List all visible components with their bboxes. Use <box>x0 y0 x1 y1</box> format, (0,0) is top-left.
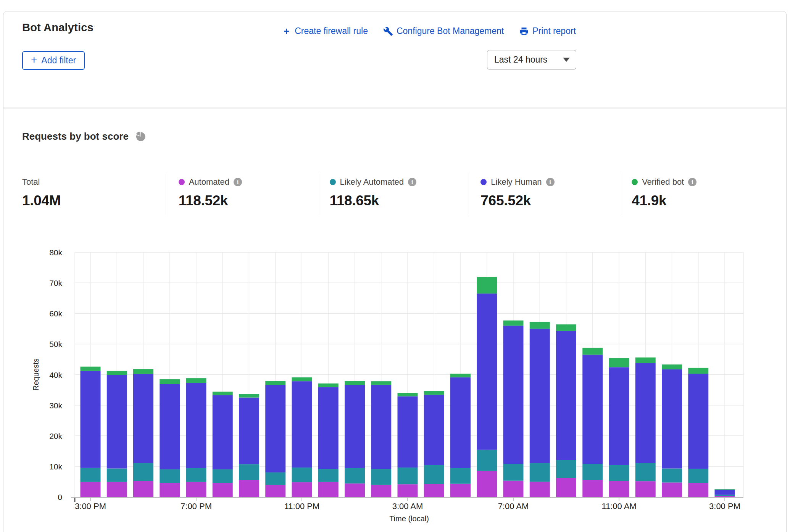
bar-segment-verified-bot[interactable] <box>450 374 471 377</box>
bar-segment-automated[interactable] <box>318 482 339 497</box>
create-firewall-rule-link[interactable]: Create firewall rule <box>282 26 368 36</box>
bar-segment-automated[interactable] <box>239 480 259 497</box>
bar-segment-likely-automated[interactable] <box>318 469 339 482</box>
bar-segment-verified-bot[interactable] <box>345 381 365 385</box>
configure-bot-management-link[interactable]: Configure Bot Management <box>383 26 504 36</box>
add-filter-button[interactable]: + Add filter <box>22 51 85 70</box>
bar-segment-likely-human[interactable] <box>265 385 285 472</box>
bar-segment-verified-bot[interactable] <box>133 369 153 374</box>
bar-segment-likely-human[interactable] <box>160 384 180 469</box>
bar-segment-likely-automated[interactable] <box>292 468 312 482</box>
bar-segment-automated[interactable] <box>477 471 497 497</box>
bar-segment-likely-human[interactable] <box>186 383 206 468</box>
bar-segment-likely-human[interactable] <box>133 374 153 463</box>
bar-segment-verified-bot[interactable] <box>213 392 233 395</box>
bar-segment-automated[interactable] <box>186 482 206 497</box>
bar-segment-automated[interactable] <box>81 482 101 497</box>
bar-segment-automated[interactable] <box>715 496 735 497</box>
bar-segment-likely-automated[interactable] <box>715 495 735 496</box>
bar-segment-verified-bot[interactable] <box>81 367 101 371</box>
bar-segment-automated[interactable] <box>635 481 656 497</box>
bar-segment-verified-bot[interactable] <box>186 378 206 383</box>
bar-segment-likely-automated[interactable] <box>239 464 259 480</box>
bar-segment-likely-human[interactable] <box>688 374 708 469</box>
bar-segment-likely-automated[interactable] <box>345 468 365 484</box>
bar-segment-likely-human[interactable] <box>107 375 127 468</box>
bar-segment-likely-human[interactable] <box>345 385 365 468</box>
bar-segment-likely-automated[interactable] <box>477 450 497 471</box>
bar-segment-verified-bot[interactable] <box>582 348 603 355</box>
bar-segment-automated[interactable] <box>213 483 233 497</box>
bar-segment-likely-human[interactable] <box>371 385 391 469</box>
bar-segment-verified-bot[interactable] <box>556 324 576 331</box>
bar-segment-verified-bot[interactable] <box>503 321 524 326</box>
bar-segment-likely-human[interactable] <box>292 381 312 468</box>
bar-segment-likely-human[interactable] <box>715 490 735 495</box>
bar-segment-likely-human[interactable] <box>450 377 471 468</box>
bar-segment-likely-automated[interactable] <box>662 468 682 482</box>
bar-segment-automated[interactable] <box>450 484 471 497</box>
info-icon[interactable]: i <box>546 178 555 186</box>
bar-segment-automated[interactable] <box>107 482 127 497</box>
bar-segment-likely-automated[interactable] <box>160 469 180 483</box>
bar-segment-likely-automated[interactable] <box>609 465 629 481</box>
bar-segment-likely-automated[interactable] <box>635 463 656 481</box>
bar-segment-automated[interactable] <box>556 478 576 497</box>
bar-segment-likely-human[interactable] <box>239 398 259 464</box>
bar-segment-likely-human[interactable] <box>582 355 603 464</box>
bar-segment-automated[interactable] <box>530 482 550 497</box>
bar-segment-likely-human[interactable] <box>81 371 101 468</box>
bar-segment-automated[interactable] <box>609 481 629 497</box>
bar-segment-likely-automated[interactable] <box>213 469 233 483</box>
bar-segment-verified-bot[interactable] <box>371 381 391 385</box>
bar-segment-likely-automated[interactable] <box>582 464 603 480</box>
bar-segment-verified-bot[interactable] <box>609 358 629 367</box>
bar-segment-automated[interactable] <box>292 482 312 497</box>
bar-segment-verified-bot[interactable] <box>662 364 682 369</box>
bar-segment-automated[interactable] <box>265 485 285 497</box>
bar-segment-likely-automated[interactable] <box>265 472 285 485</box>
bar-segment-likely-human[interactable] <box>530 329 550 463</box>
bar-segment-likely-human[interactable] <box>609 367 629 465</box>
bar-segment-automated[interactable] <box>398 484 418 497</box>
bar-segment-automated[interactable] <box>503 481 524 497</box>
bar-segment-verified-bot[interactable] <box>265 381 285 385</box>
info-icon[interactable]: i <box>688 178 696 186</box>
bar-segment-likely-automated[interactable] <box>398 468 418 484</box>
bar-segment-likely-automated[interactable] <box>371 469 391 485</box>
bar-segment-automated[interactable] <box>160 483 180 497</box>
bar-segment-likely-automated[interactable] <box>107 468 127 482</box>
bar-segment-verified-bot[interactable] <box>530 322 550 329</box>
bar-segment-likely-human[interactable] <box>503 326 524 464</box>
print-report-link[interactable]: Print report <box>519 26 576 36</box>
bar-segment-likely-human[interactable] <box>635 363 656 463</box>
bar-segment-likely-human[interactable] <box>424 395 444 465</box>
bar-segment-likely-automated[interactable] <box>81 468 101 482</box>
bar-segment-automated[interactable] <box>371 485 391 497</box>
bar-segment-likely-automated[interactable] <box>688 469 708 483</box>
bar-segment-likely-automated[interactable] <box>503 464 524 480</box>
bar-segment-automated[interactable] <box>688 483 708 497</box>
bar-segment-verified-bot[interactable] <box>160 379 180 384</box>
bar-segment-likely-human[interactable] <box>477 293 497 450</box>
bar-segment-likely-automated[interactable] <box>186 468 206 482</box>
bar-segment-automated[interactable] <box>582 480 603 497</box>
bar-segment-verified-bot[interactable] <box>715 489 735 490</box>
bar-segment-verified-bot[interactable] <box>635 358 656 363</box>
bar-segment-likely-automated[interactable] <box>424 465 444 484</box>
time-range-select[interactable]: Last 24 hours <box>487 50 576 69</box>
bar-segment-verified-bot[interactable] <box>688 368 708 374</box>
bar-segment-verified-bot[interactable] <box>424 391 444 395</box>
bar-segment-automated[interactable] <box>345 484 365 497</box>
bar-segment-verified-bot[interactable] <box>477 277 497 293</box>
bar-segment-automated[interactable] <box>424 484 444 497</box>
bar-segment-automated[interactable] <box>133 481 153 497</box>
info-icon[interactable]: i <box>408 178 416 186</box>
bar-segment-automated[interactable] <box>662 482 682 497</box>
bar-segment-verified-bot[interactable] <box>292 377 312 381</box>
bar-segment-likely-human[interactable] <box>213 395 233 469</box>
bar-segment-likely-human[interactable] <box>318 387 339 469</box>
bar-segment-likely-human[interactable] <box>398 396 418 468</box>
info-icon[interactable]: i <box>234 178 242 186</box>
bar-segment-verified-bot[interactable] <box>107 371 127 375</box>
